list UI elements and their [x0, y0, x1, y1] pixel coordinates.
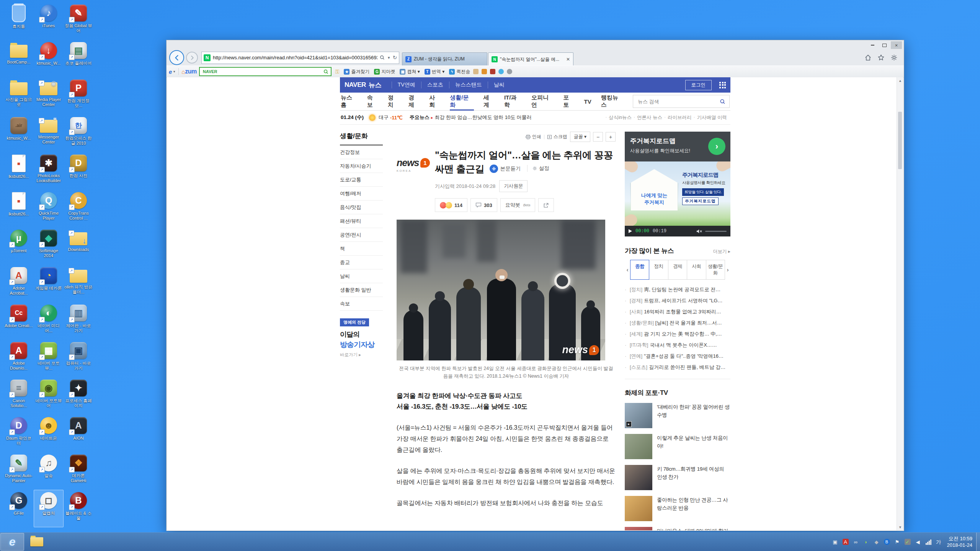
naver-logo[interactable]: NAVER — [345, 81, 366, 89]
desktop-icon[interactable]: ≡ Canon Solutio... — [4, 377, 34, 415]
sidebar-category-item[interactable]: 도로/교통 — [340, 173, 383, 187]
press-logo[interactable]: news1 KOREA — [397, 148, 435, 212]
font-smaller-button[interactable]: − — [593, 132, 603, 142]
tab-close-icon[interactable]: ✕ — [566, 57, 570, 62]
thumbnail[interactable] — [625, 527, 652, 530]
font-larger-button[interactable]: + — [606, 132, 616, 142]
news-list-item[interactable]: [스포츠]길거리로 쏟아진 팬들, 베트남 강… — [625, 362, 730, 373]
taskbar-clock[interactable]: 오전 10:59 2018-01-24 — [943, 535, 977, 548]
zum-search-input[interactable] — [202, 69, 323, 74]
sidebar-category-item[interactable]: 생활문화 일반 — [340, 283, 383, 297]
sidebar-category-item[interactable]: 자동차/시승기 — [340, 159, 383, 173]
category-tab[interactable]: 오피니언 — [531, 93, 554, 110]
desktop-icon[interactable]: ◉ 네이버 포토뷰어 — [34, 377, 64, 415]
autocomplete-dropdown-icon[interactable]: ▼ — [387, 56, 390, 60]
taskbar-explorer-button[interactable] — [25, 533, 49, 551]
apps-grid-icon[interactable] — [719, 82, 726, 88]
gnb-menu-item[interactable]: 스포츠 — [421, 82, 449, 88]
toolbar-button[interactable]: ▣ 캡쳐 ▾ — [400, 68, 420, 75]
login-button[interactable]: 로그인 — [685, 80, 712, 90]
category-tab[interactable]: IT/과학 — [504, 93, 522, 110]
desktop-icon[interactable]: 휴지통 — [4, 2, 34, 40]
zum-logo[interactable]: zum — [185, 68, 197, 75]
category-tab[interactable]: 속보 — [367, 93, 378, 110]
taskbar-ie-button[interactable]: e — [0, 533, 24, 551]
sidebar-category-item[interactable]: 여행/레저 — [340, 187, 383, 201]
category-tab[interactable]: 경제 — [408, 93, 420, 110]
notepad-icon[interactable] — [473, 69, 479, 74]
desktop-icon[interactable]: C CopyTrans Control ... — [64, 190, 93, 227]
ticker-link[interactable]: 기사배열 이력 — [694, 114, 730, 121]
photo-tv-item[interactable]: 이렇게 추운 날씨는 난생 처음이야! — [625, 434, 730, 459]
print-button[interactable]: 인쇄 — [526, 134, 541, 140]
scrollbar-thumb[interactable] — [898, 112, 902, 169]
desktop-icon[interactable]: Media Player Center — [34, 77, 64, 115]
desktop-icon[interactable]: ◆ Softimage 2014 — [34, 227, 64, 265]
news-search-box[interactable] — [633, 95, 730, 108]
desktop-icon[interactable]: B 블레이드 & 소울 — [64, 490, 93, 527]
thumbnail[interactable] — [625, 496, 652, 521]
home-icon[interactable] — [864, 54, 872, 61]
sidebar-category-item[interactable]: 날씨 — [340, 269, 383, 283]
tray-icon[interactable]: ∞ — [853, 539, 859, 545]
thumbnail[interactable] — [625, 465, 652, 490]
sidebar-category-item[interactable]: 속보 — [340, 297, 383, 311]
sidebar-category-item[interactable]: 종교 — [340, 256, 383, 269]
original-article-button[interactable]: 기사원문 — [499, 180, 528, 192]
dictionary-book-icon[interactable] — [490, 69, 495, 74]
url-text[interactable]: http://news.naver.com/main/read.nhn?oid=… — [213, 55, 377, 60]
photo-tv-item[interactable]: '대베리아 한파' 꽁꽁 얼어버린 생수병 — [625, 403, 730, 428]
mute-speaker-icon[interactable] — [696, 229, 702, 234]
listen-button[interactable]: 본문듣기 — [490, 165, 521, 173]
desktop-icon[interactable]: µ µTorrent — [4, 227, 34, 265]
twitter-icon[interactable] — [498, 69, 504, 74]
desktop-icon[interactable]: A Adobe Acrobat... — [4, 265, 34, 302]
desktop-icon[interactable]: G GFile — [4, 490, 34, 527]
close-button[interactable]: × — [891, 41, 902, 49]
gnb-menu-item[interactable]: 날씨 — [488, 82, 510, 88]
category-tab[interactable]: TV — [584, 93, 591, 110]
desktop-icon[interactable]: ↓ ktmusic_W... — [34, 40, 64, 77]
desktop-icon[interactable]: Q QuickTime Player — [34, 190, 64, 227]
news-list-item[interactable]: [경제]트럼프, 세이프가드 서명하며 "LG… — [625, 295, 730, 306]
reaction-button[interactable]: 114 — [435, 198, 467, 212]
key-icon[interactable]: ⚿ — [335, 68, 340, 75]
gnb-menu-item[interactable]: 뉴스스탠드 — [449, 82, 488, 88]
toolbar-button[interactable]: ★ 즐겨찾기 — [344, 68, 369, 75]
desktop-icon[interactable]: ✦ 프로세스 홈페이지 — [64, 377, 93, 415]
zum-search-icon[interactable] — [323, 69, 328, 74]
most-viewed-tab[interactable]: 생활/문화 — [706, 260, 725, 280]
desktop-icon[interactable]: Messenger Center — [34, 115, 64, 152]
tabs-next-arrow[interactable]: › — [725, 260, 730, 280]
forward-button[interactable] — [186, 52, 198, 64]
sidebar-category-item[interactable]: 공연/전시 — [340, 228, 383, 242]
desktop-icon[interactable]: ▣ 컴퓨터 - 바로 가기 — [64, 340, 93, 377]
toolbar-button[interactable]: ϟ 퀵전송 — [449, 68, 470, 75]
ad-banner[interactable]: 주거복지로드맵 사용설명서를 확인해보세요! › 나에게 맞는주거복지 — [625, 132, 730, 236]
desktop-icon[interactable]: A Adobe Downlo... — [4, 340, 34, 377]
summary-bot-button[interactable]: 요약봇Beta — [500, 198, 536, 212]
desktop-icon[interactable]: ■ lksbutt26... — [4, 190, 34, 227]
news-list-item[interactable]: [정치]靑, 단일팀 논란에 공격모드로 전… — [625, 284, 730, 295]
desktop-icon[interactable]: ♫ 알송 — [34, 452, 64, 490]
maximize-button[interactable] — [879, 41, 890, 49]
news-list-item[interactable]: [세계]괌 기지 오가는 美 핵잠수함… 中,… — [625, 328, 730, 339]
desktop-icon[interactable]: Cc Adobe Creati... — [4, 302, 34, 340]
ie-compat-icon[interactable]: e — [169, 68, 172, 75]
desktop-icon[interactable]: ✱ PhotoLooks LooksBuilder — [34, 152, 64, 190]
award-banner[interactable]: 명예의 전당 이달의 방송기자상 바로가기 ▸ — [340, 318, 383, 358]
sidebar-category-item[interactable]: 패션/뷰티 — [340, 214, 383, 228]
address-bar[interactable]: N http://news.naver.com/main/read.nhn?oi… — [201, 52, 399, 64]
sidebar-category-item[interactable]: 건강정보 — [340, 145, 383, 159]
favorites-star-icon[interactable] — [877, 54, 885, 61]
category-tab[interactable]: 랭킹뉴스 — [601, 93, 623, 110]
desktop-icon[interactable]: .air ktmusic_W... — [4, 115, 34, 152]
desktop-icon[interactable]: P 한컴 개인정보... — [64, 77, 93, 115]
desktop-icon[interactable]: ■ lksbutt26... — [4, 152, 34, 190]
news-list-item[interactable]: [사회]16억짜리 조형물 없애고 3억짜리… — [625, 306, 730, 317]
ticker-link[interactable]: 상식in뉴스 — [606, 114, 634, 121]
desktop-icon[interactable]: ◐ 네이버 미디어... — [34, 302, 64, 340]
ticker-link[interactable]: 라이브러리 — [665, 114, 694, 121]
tray-icon[interactable]: B — [884, 539, 890, 545]
desktop-icon[interactable]: ❖ 데카론 GameHi — [64, 452, 93, 490]
